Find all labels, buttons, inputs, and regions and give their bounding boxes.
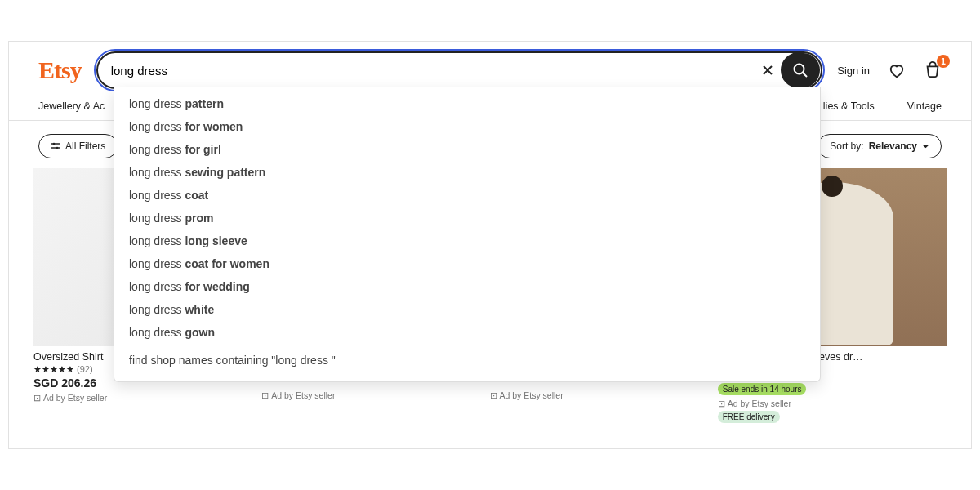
autocomplete-item[interactable]: long dress for girl [114,138,820,161]
search-button[interactable] [781,52,820,88]
autocomplete-shops[interactable]: find shop names containing "long dress " [114,344,820,370]
svg-line-3 [803,73,807,77]
svg-point-7 [56,147,59,149]
sale-badge: Sale ends in 14 hours [718,383,807,395]
clear-search-icon[interactable] [755,57,781,83]
all-filters-label: All Filters [65,140,105,152]
sort-label: Sort by: [830,140,863,152]
free-delivery-badge: FREE delivery [718,411,780,423]
autocomplete-item[interactable]: long dress gown [114,321,820,344]
search-bar [96,51,823,89]
ad-label: ⊡ Ad by Etsy seller [490,390,703,400]
autocomplete-item[interactable]: long dress for wedding [114,275,820,298]
autocomplete-item[interactable]: long dress prom [114,207,820,229]
ad-label: ⊡ Ad by Etsy seller [261,390,474,400]
sort-value: Relevancy [869,140,917,152]
filters-icon [51,141,60,151]
autocomplete-item[interactable]: long dress coat for women [114,252,820,275]
autocomplete-item[interactable]: long dress coat [114,184,820,207]
autocomplete-item[interactable]: long dress pattern [114,92,820,115]
all-filters-button[interactable]: All Filters [38,134,118,158]
favorites-icon[interactable] [888,61,906,79]
search-input[interactable] [98,64,755,78]
ad-label: ⊡ Ad by Etsy seller [718,399,947,408]
autocomplete-item[interactable]: long dress for women [114,115,820,138]
sort-button[interactable]: Sort by: Relevancy [817,134,942,158]
svg-point-5 [53,143,56,145]
autocomplete-item[interactable]: long dress long sleeve [114,229,820,252]
autocomplete-item[interactable]: long dress sewing pattern [114,161,820,184]
nav-item[interactable]: Vintage [907,100,942,112]
autocomplete-item[interactable]: long dress white [114,298,820,321]
logo[interactable]: Etsy [38,56,82,84]
svg-point-2 [795,65,804,74]
ad-label: ⊡ Ad by Etsy seller [33,393,247,403]
cart-icon[interactable]: 1 [924,61,942,79]
signin-link[interactable]: Sign in [837,65,870,77]
search-autocomplete: long dress patternlong dress for womenlo… [114,87,821,382]
cart-badge: 1 [937,55,950,68]
nav-item[interactable]: Jewellery & Ac [38,100,105,112]
nav-item[interactable]: lies & Tools [823,100,875,112]
chevron-down-icon [922,143,929,150]
